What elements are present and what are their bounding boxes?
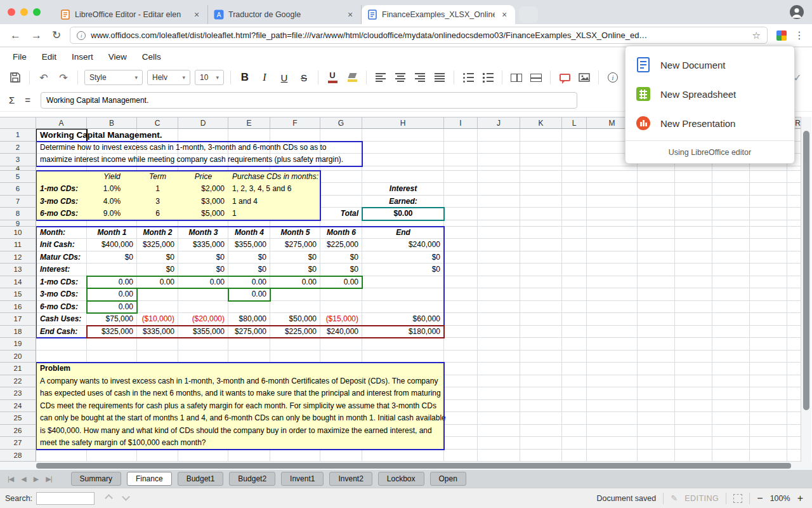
column-header-C[interactable]: C bbox=[137, 117, 178, 129]
next-sheet-button[interactable]: ▶ bbox=[34, 475, 38, 483]
sheet-tab-lockbox[interactable]: Lockbox bbox=[378, 472, 424, 486]
cell-J10[interactable] bbox=[478, 227, 520, 239]
cell-P5[interactable] bbox=[712, 171, 750, 184]
row-header-28[interactable]: 28 bbox=[0, 450, 36, 462]
cell-K12[interactable] bbox=[520, 251, 562, 264]
cell-L11[interactable] bbox=[562, 239, 587, 251]
cell-Q14[interactable] bbox=[750, 276, 787, 289]
cell-K11[interactable] bbox=[520, 239, 562, 251]
cell-I5[interactable] bbox=[444, 171, 478, 184]
cell-G9[interactable] bbox=[320, 220, 362, 227]
cell-Q5[interactable] bbox=[750, 171, 787, 184]
cell-P10[interactable] bbox=[712, 227, 750, 239]
cell-M17[interactable] bbox=[587, 313, 638, 326]
cell-O6[interactable] bbox=[675, 183, 712, 196]
cell-C15[interactable] bbox=[137, 288, 178, 301]
cell-N9[interactable] bbox=[638, 220, 675, 227]
cell-I15[interactable] bbox=[444, 288, 478, 301]
cell-Q23[interactable] bbox=[750, 387, 787, 400]
cell-O16[interactable] bbox=[675, 301, 712, 314]
cell-F19[interactable] bbox=[270, 338, 320, 351]
cell-O20[interactable] bbox=[675, 351, 712, 363]
cell-H1[interactable] bbox=[362, 129, 444, 142]
cell-E1[interactable] bbox=[228, 129, 270, 142]
cell-N21[interactable] bbox=[638, 363, 675, 375]
cell-I2[interactable] bbox=[444, 142, 478, 154]
row-header-3[interactable]: 3 bbox=[0, 154, 36, 166]
cell-P21[interactable] bbox=[712, 363, 750, 375]
cell-I7[interactable] bbox=[444, 196, 478, 208]
cell-Q12[interactable] bbox=[750, 251, 787, 264]
cell-I8[interactable] bbox=[444, 208, 478, 220]
cell-L27[interactable] bbox=[562, 437, 587, 450]
cell-F1[interactable] bbox=[270, 129, 320, 142]
row-header-24[interactable]: 24 bbox=[0, 400, 36, 413]
cell-J28[interactable] bbox=[478, 450, 520, 462]
cell-M18[interactable] bbox=[587, 326, 638, 338]
cell-J21[interactable] bbox=[478, 363, 520, 375]
cell-C4[interactable] bbox=[137, 166, 178, 171]
cell-O23[interactable] bbox=[675, 387, 712, 400]
vertical-scrollbar[interactable] bbox=[801, 117, 811, 462]
cell-N14[interactable] bbox=[638, 276, 675, 289]
cell-H15[interactable] bbox=[362, 288, 444, 301]
cell-Q28[interactable] bbox=[750, 450, 787, 462]
cell-A9[interactable] bbox=[36, 220, 87, 227]
cell-G1[interactable] bbox=[320, 129, 362, 142]
cell-C16[interactable] bbox=[137, 301, 178, 314]
cell-R8[interactable] bbox=[787, 208, 801, 220]
cell-J6[interactable] bbox=[478, 183, 520, 196]
cell-O12[interactable] bbox=[675, 251, 712, 264]
cell-Q13[interactable] bbox=[750, 264, 787, 276]
cell-L20[interactable] bbox=[562, 351, 587, 363]
cell-P7[interactable] bbox=[712, 196, 750, 208]
cell-R10[interactable] bbox=[787, 227, 801, 239]
cell-O13[interactable] bbox=[675, 264, 712, 276]
cell-P23[interactable] bbox=[712, 387, 750, 400]
cell-M27[interactable] bbox=[587, 437, 638, 450]
cell-N12[interactable] bbox=[638, 251, 675, 264]
cell-J26[interactable] bbox=[478, 425, 520, 438]
cell-L4[interactable] bbox=[562, 166, 587, 171]
cell-N15[interactable] bbox=[638, 288, 675, 301]
cell-Q9[interactable] bbox=[750, 220, 787, 227]
cell-M22[interactable] bbox=[587, 375, 638, 388]
cell-D4[interactable] bbox=[178, 166, 228, 171]
cell-Q15[interactable] bbox=[750, 288, 787, 301]
cell-K21[interactable] bbox=[520, 363, 562, 375]
cell-P19[interactable] bbox=[712, 338, 750, 351]
cell-H16[interactable] bbox=[362, 301, 444, 314]
cell-P20[interactable] bbox=[712, 351, 750, 363]
cell-Q4[interactable] bbox=[750, 166, 787, 171]
cell-R13[interactable] bbox=[787, 264, 801, 276]
cell-N5[interactable] bbox=[638, 171, 675, 184]
cell-I21[interactable] bbox=[444, 363, 478, 375]
cell-P9[interactable] bbox=[712, 220, 750, 227]
cell-K10[interactable] bbox=[520, 227, 562, 239]
cell-N20[interactable] bbox=[638, 351, 675, 363]
cell-N13[interactable] bbox=[638, 264, 675, 276]
cell-F9[interactable] bbox=[270, 220, 320, 227]
cell-P25[interactable] bbox=[712, 412, 750, 425]
cell-K14[interactable] bbox=[520, 276, 562, 289]
cell-N23[interactable] bbox=[638, 387, 675, 400]
cell-I11[interactable] bbox=[444, 239, 478, 251]
cell-I10[interactable] bbox=[444, 227, 478, 239]
cell-K24[interactable] bbox=[520, 400, 562, 413]
row-header-26[interactable]: 26 bbox=[0, 425, 36, 438]
cell-R24[interactable] bbox=[787, 400, 801, 413]
cell-R23[interactable] bbox=[787, 387, 801, 400]
cell-P17[interactable] bbox=[712, 313, 750, 326]
cell-B4[interactable] bbox=[87, 166, 137, 171]
cell-J19[interactable] bbox=[478, 338, 520, 351]
cell-F15[interactable] bbox=[270, 288, 320, 301]
cell-M16[interactable] bbox=[587, 301, 638, 314]
cell-G5[interactable] bbox=[320, 171, 362, 184]
cell-R21[interactable] bbox=[787, 363, 801, 375]
row-header-22[interactable]: 22 bbox=[0, 375, 36, 388]
cell-L5[interactable] bbox=[562, 171, 587, 184]
cell-K5[interactable] bbox=[520, 171, 562, 184]
row-header-9[interactable]: 9 bbox=[0, 220, 36, 227]
cell-C9[interactable] bbox=[137, 220, 178, 227]
cell-K25[interactable] bbox=[520, 412, 562, 425]
